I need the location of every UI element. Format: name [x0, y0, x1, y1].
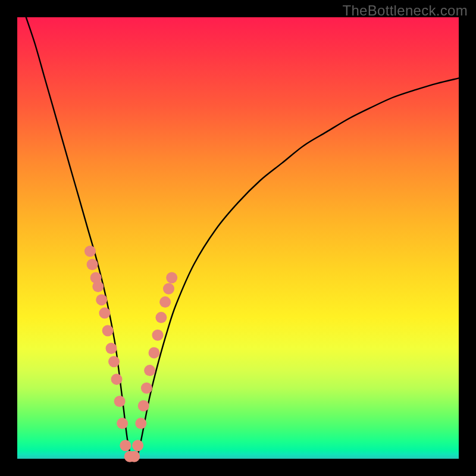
marker-dot — [111, 374, 123, 385]
marker-dot — [166, 272, 177, 283]
marker-dot — [96, 294, 107, 305]
marker-dot — [106, 343, 117, 354]
bottleneck-curve — [26, 17, 459, 461]
marker-dot — [120, 440, 131, 451]
marker-dot — [155, 312, 167, 323]
plot-area — [17, 17, 459, 459]
marker-dot — [132, 440, 143, 451]
marker-dot — [135, 418, 146, 429]
marker-dot — [144, 365, 155, 376]
chart-frame: TheBottleneck.com — [0, 0, 476, 476]
marker-dot — [108, 356, 120, 367]
marker-dot — [84, 246, 96, 257]
marker-dot — [149, 347, 160, 358]
marker-dot — [102, 325, 114, 336]
marker-dot — [159, 296, 171, 308]
watermark-text: TheBottleneck.com — [342, 2, 468, 19]
marker-dot — [152, 330, 164, 341]
marker-dot — [117, 418, 128, 429]
marker-dot — [163, 283, 174, 295]
highlight-dots — [84, 246, 177, 462]
marker-dot — [114, 396, 126, 407]
marker-dot — [138, 400, 149, 412]
marker-dot — [129, 451, 140, 462]
marker-dot — [92, 281, 104, 292]
chart-svg — [17, 17, 459, 459]
marker-dot — [141, 383, 152, 394]
marker-dot — [87, 259, 98, 270]
marker-dot — [99, 308, 110, 319]
